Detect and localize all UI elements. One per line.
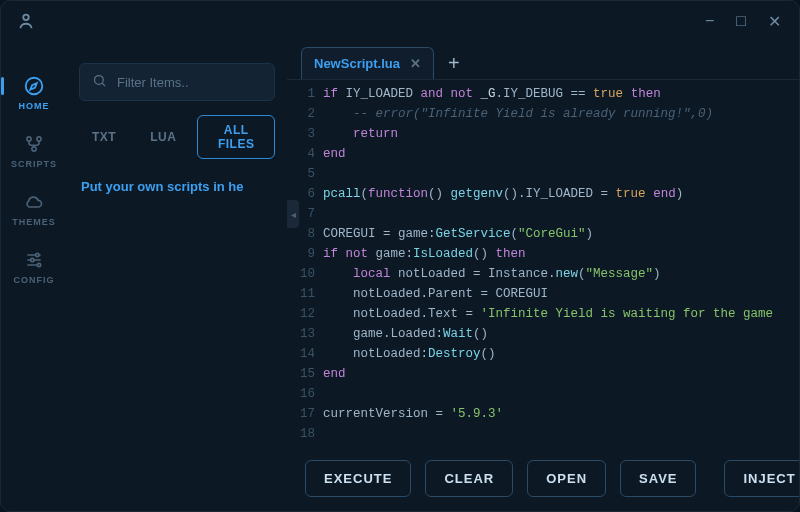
sidebar-nav: HOME SCRIPTS THEMES CONFIG [1, 41, 67, 511]
script-list-item[interactable]: Put your own scripts in he [79, 173, 275, 200]
compass-icon [23, 75, 45, 97]
tab-bar: NewScript.lua ✕ + [287, 41, 799, 79]
action-bar: EXECUTE CLEAR OPEN SAVE INJECT [287, 446, 799, 511]
app-window: − □ ✕ HOME SCRIPTS THEME [0, 0, 800, 512]
close-icon[interactable]: ✕ [410, 56, 421, 71]
window-controls: − □ ✕ [705, 12, 781, 31]
gutter-collapse-icon[interactable]: ◂ [287, 200, 299, 228]
minimize-button[interactable]: − [705, 12, 714, 31]
maximize-button[interactable]: □ [736, 12, 746, 31]
filter-all-files[interactable]: ALL FILES [197, 115, 275, 159]
editor-area: NewScript.lua ✕ + ◂ 12345678910111213141… [287, 41, 799, 511]
nav-label: THEMES [12, 217, 56, 227]
svg-point-0 [23, 15, 29, 20]
svg-point-4 [32, 147, 36, 151]
open-button[interactable]: OPEN [527, 460, 606, 497]
filter-txt[interactable]: TXT [79, 115, 129, 159]
nav-label: CONFIG [14, 275, 55, 285]
close-button[interactable]: ✕ [768, 12, 781, 31]
clear-button[interactable]: CLEAR [425, 460, 513, 497]
filter-row: TXT LUA ALL FILES [79, 115, 275, 159]
nav-home[interactable]: HOME [19, 75, 50, 111]
svg-point-2 [27, 137, 31, 141]
add-tab-button[interactable]: + [438, 48, 470, 79]
svg-point-7 [37, 263, 40, 266]
scripts-panel: TXT LUA ALL FILES Put your own scripts i… [67, 41, 287, 511]
search-box[interactable] [79, 63, 275, 101]
svg-point-8 [95, 75, 104, 84]
inject-button[interactable]: INJECT [724, 460, 799, 497]
nav-scripts[interactable]: SCRIPTS [11, 133, 57, 169]
search-input[interactable] [117, 75, 285, 90]
titlebar: − □ ✕ [1, 1, 799, 41]
svg-point-5 [36, 253, 39, 256]
nav-label: SCRIPTS [11, 159, 57, 169]
nav-label: HOME [19, 101, 50, 111]
nav-themes[interactable]: THEMES [12, 191, 56, 227]
code-lines[interactable]: if IY_LOADED and not _G.IY_DEBUG == true… [323, 84, 799, 446]
svg-point-3 [37, 137, 41, 141]
svg-point-1 [26, 78, 43, 95]
branch-icon [23, 133, 45, 155]
tab-label: NewScript.lua [314, 56, 400, 71]
body: HOME SCRIPTS THEMES CONFIG [1, 41, 799, 511]
filter-lua[interactable]: LUA [137, 115, 189, 159]
code-editor[interactable]: ◂ 12345678910111213141516171819 if IY_LO… [287, 79, 799, 446]
search-icon [92, 73, 107, 92]
tab-newscript[interactable]: NewScript.lua ✕ [301, 47, 434, 79]
save-button[interactable]: SAVE [620, 460, 696, 497]
execute-button[interactable]: EXECUTE [305, 460, 411, 497]
app-logo-icon [15, 10, 37, 32]
nav-config[interactable]: CONFIG [14, 249, 55, 285]
sliders-icon [23, 249, 45, 271]
cloud-icon [23, 191, 45, 213]
line-gutter: 12345678910111213141516171819 [287, 84, 323, 446]
svg-point-6 [31, 258, 34, 261]
